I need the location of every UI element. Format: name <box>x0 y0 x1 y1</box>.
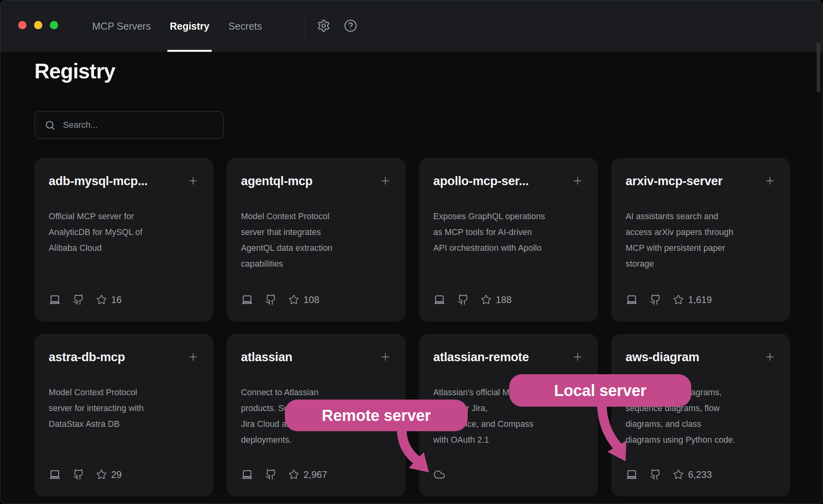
star-count: 188 <box>496 294 512 305</box>
github-stars: 188 <box>481 294 512 305</box>
traffic-lights <box>18 21 58 29</box>
star-icon <box>96 294 107 305</box>
star-count: 16 <box>111 294 122 305</box>
laptop-icon <box>241 294 253 306</box>
server-card-arxiv-mcp-server[interactable]: arxiv-mcp-server AI assistants search an… <box>611 158 790 322</box>
laptop-icon <box>241 468 253 481</box>
remote-server-callout: Remote server <box>285 400 468 431</box>
server-description: Official MCP server for AnalyticDB for M… <box>49 208 199 256</box>
star-count: 108 <box>303 294 319 305</box>
server-card-agentql-mcp[interactable]: agentql-mcp Model Context Protocol serve… <box>227 158 406 322</box>
add-server-icon[interactable] <box>379 175 391 187</box>
server-name: arxiv-mcp-server <box>626 174 722 189</box>
add-server-icon[interactable] <box>379 351 391 363</box>
star-count: 2,967 <box>303 469 327 480</box>
server-card-astra-db-mcp[interactable]: astra-db-mcp Model Context Protocol serv… <box>34 334 213 496</box>
laptop-icon <box>49 468 61 481</box>
github-icon[interactable] <box>265 469 277 480</box>
laptop-icon <box>49 294 61 306</box>
add-server-icon[interactable] <box>572 175 584 187</box>
github-stars: 108 <box>288 294 319 305</box>
remote-server-arrow <box>390 426 442 475</box>
github-icon[interactable] <box>265 294 277 305</box>
local-server-callout: Local server <box>509 374 691 407</box>
star-count: 29 <box>111 469 122 480</box>
github-stars: 16 <box>96 294 122 305</box>
github-stars: 29 <box>96 469 122 480</box>
server-card-adb-mysql-mcp[interactable]: adb-mysql-mcp... Official MCP server for… <box>34 158 213 322</box>
tab-secrets[interactable]: Secrets <box>228 0 262 52</box>
server-name: apollo-mcp-ser... <box>433 174 529 189</box>
nav-divider <box>305 13 305 39</box>
star-icon <box>481 294 491 305</box>
close-window-button[interactable] <box>18 21 27 29</box>
server-name: agentql-mcp <box>241 174 313 189</box>
add-server-icon[interactable] <box>764 175 776 187</box>
github-stars: 2,967 <box>288 469 327 480</box>
star-icon <box>673 469 684 480</box>
star-icon <box>288 469 299 480</box>
title-bar: MCP Servers Registry Secrets <box>0 0 823 52</box>
server-name: atlassian-remote <box>433 350 529 365</box>
search-box <box>34 111 224 139</box>
github-icon[interactable] <box>73 469 84 480</box>
laptop-icon <box>626 468 638 481</box>
server-description: Model Context Protocol server that integ… <box>241 208 391 272</box>
server-card-apollo-mcp-server[interactable]: apollo-mcp-ser... Exposes GraphQL operat… <box>419 158 598 322</box>
server-name: aws-diagram <box>626 350 699 365</box>
tab-registry[interactable]: Registry <box>170 0 209 52</box>
settings-gear-icon[interactable] <box>317 19 330 32</box>
zoom-window-button[interactable] <box>50 21 58 29</box>
github-icon[interactable] <box>650 469 661 480</box>
star-count: 1,619 <box>688 294 712 305</box>
github-icon[interactable] <box>650 294 661 305</box>
vertical-scrollbar[interactable] <box>817 43 820 92</box>
server-name: astra-db-mcp <box>49 350 125 365</box>
minimize-window-button[interactable] <box>34 21 42 29</box>
star-count: 6,233 <box>688 469 712 480</box>
github-icon[interactable] <box>457 294 469 305</box>
search-icon <box>45 120 55 131</box>
remote-server-label: Remote server <box>322 407 430 424</box>
star-icon <box>96 469 107 480</box>
add-server-icon[interactable] <box>572 351 584 363</box>
server-description: Exposes GraphQL operations as MCP tools … <box>433 208 584 256</box>
server-description: Model Context Protocol server for intera… <box>49 385 199 432</box>
github-stars: 6,233 <box>673 469 712 480</box>
star-icon <box>288 294 299 305</box>
laptop-icon <box>433 294 446 306</box>
server-name: adb-mysql-mcp... <box>49 174 148 189</box>
server-name: atlassian <box>241 350 292 365</box>
github-stars: 1,619 <box>673 294 712 305</box>
main-nav: MCP Servers Registry Secrets <box>92 0 262 52</box>
local-server-arrow <box>586 406 641 465</box>
add-server-icon[interactable] <box>187 175 199 187</box>
add-server-icon[interactable] <box>187 351 199 363</box>
add-server-icon[interactable] <box>764 351 776 363</box>
search-input[interactable] <box>62 119 223 131</box>
tab-mcp-servers[interactable]: MCP Servers <box>92 0 151 52</box>
app-window: MCP Servers Registry Secrets Registry <box>0 0 823 504</box>
star-icon <box>673 294 684 305</box>
local-server-label: Local server <box>554 382 646 400</box>
github-icon[interactable] <box>73 294 84 305</box>
server-description: AI assistants search and access arXiv pa… <box>626 208 776 272</box>
help-icon[interactable] <box>344 19 357 32</box>
page-title: Registry <box>34 59 115 83</box>
laptop-icon <box>626 294 638 306</box>
